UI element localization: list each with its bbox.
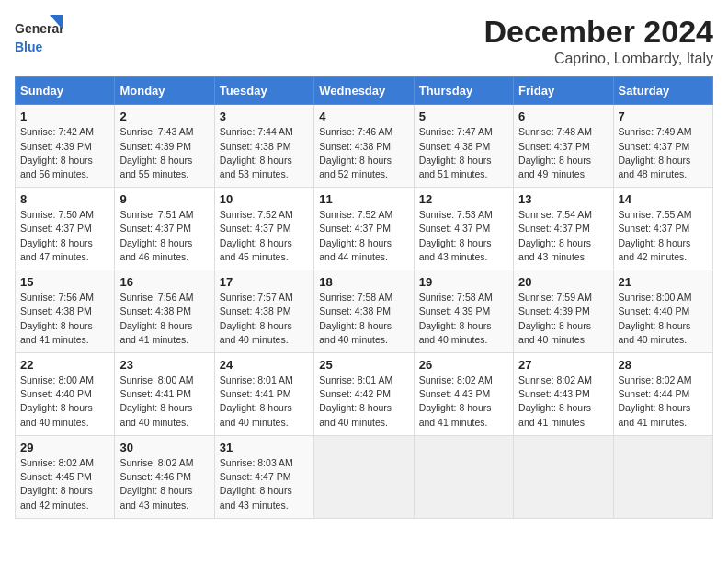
week-row-3: 15 Sunrise: 7:56 AMSunset: 4:38 PMDaylig… <box>16 270 713 353</box>
day-number: 19 <box>419 275 508 289</box>
week-row-5: 29 Sunrise: 8:02 AMSunset: 4:45 PMDaylig… <box>16 435 713 518</box>
svg-text:Blue: Blue <box>15 40 43 54</box>
day-detail: Sunrise: 7:56 AMSunset: 4:38 PMDaylight:… <box>119 292 193 345</box>
calendar-cell <box>514 435 613 518</box>
day-detail: Sunrise: 8:02 AMSunset: 4:46 PMDaylight:… <box>119 457 193 511</box>
day-detail: Sunrise: 7:49 AMSunset: 4:37 PMDaylight:… <box>619 126 692 179</box>
day-detail: Sunrise: 8:01 AMSunset: 4:41 PMDaylight:… <box>220 374 293 428</box>
day-detail: Sunrise: 7:58 AMSunset: 4:38 PMDaylight:… <box>319 292 392 345</box>
calendar-cell: 17 Sunrise: 7:57 AMSunset: 4:38 PMDaylig… <box>214 270 313 353</box>
day-number: 3 <box>220 109 309 123</box>
day-detail: Sunrise: 8:02 AMSunset: 4:44 PMDaylight:… <box>619 374 692 428</box>
day-number: 6 <box>518 109 608 123</box>
day-detail: Sunrise: 7:56 AMSunset: 4:38 PMDaylight:… <box>20 292 94 345</box>
weekday-header-friday: Friday <box>514 77 613 105</box>
day-detail: Sunrise: 8:02 AMSunset: 4:43 PMDaylight:… <box>419 374 493 428</box>
calendar-cell: 27 Sunrise: 8:02 AMSunset: 4:43 PMDaylig… <box>514 353 613 436</box>
day-detail: Sunrise: 7:53 AMSunset: 4:37 PMDaylight:… <box>419 209 493 262</box>
calendar-cell: 26 Sunrise: 8:02 AMSunset: 4:43 PMDaylig… <box>414 353 513 436</box>
week-row-1: 1 Sunrise: 7:42 AMSunset: 4:39 PMDayligh… <box>16 105 713 188</box>
day-number: 27 <box>518 358 608 372</box>
calendar-cell: 14 Sunrise: 7:55 AMSunset: 4:37 PMDaylig… <box>613 188 712 270</box>
day-number: 26 <box>419 358 508 372</box>
day-number: 31 <box>220 441 309 454</box>
day-number: 9 <box>119 192 209 206</box>
day-detail: Sunrise: 7:55 AMSunset: 4:37 PMDaylight:… <box>619 209 692 262</box>
day-number: 5 <box>419 109 508 123</box>
page-title: December 2024 <box>483 15 713 49</box>
calendar-cell: 9 Sunrise: 7:51 AMSunset: 4:37 PMDayligh… <box>115 188 214 270</box>
day-detail: Sunrise: 7:50 AMSunset: 4:37 PMDaylight:… <box>20 209 94 262</box>
week-row-4: 22 Sunrise: 8:00 AMSunset: 4:40 PMDaylig… <box>16 353 713 436</box>
day-number: 12 <box>419 192 508 206</box>
day-detail: Sunrise: 7:47 AMSunset: 4:38 PMDaylight:… <box>419 126 493 179</box>
day-number: 7 <box>619 109 708 123</box>
day-detail: Sunrise: 7:44 AMSunset: 4:38 PMDaylight:… <box>220 126 293 179</box>
weekday-header-row: SundayMondayTuesdayWednesdayThursdayFrid… <box>16 77 713 105</box>
calendar-cell: 6 Sunrise: 7:48 AMSunset: 4:37 PMDayligh… <box>514 105 613 188</box>
day-detail: Sunrise: 8:03 AMSunset: 4:47 PMDaylight:… <box>220 457 293 511</box>
day-number: 30 <box>119 441 209 454</box>
day-detail: Sunrise: 7:46 AMSunset: 4:38 PMDaylight:… <box>319 126 392 179</box>
day-number: 14 <box>619 192 708 206</box>
day-number: 24 <box>220 358 309 372</box>
calendar-cell: 23 Sunrise: 8:00 AMSunset: 4:41 PMDaylig… <box>115 353 214 436</box>
logo: General Blue <box>15 15 63 55</box>
day-detail: Sunrise: 7:58 AMSunset: 4:39 PMDaylight:… <box>419 292 493 345</box>
day-detail: Sunrise: 7:59 AMSunset: 4:39 PMDaylight:… <box>518 292 592 345</box>
day-number: 1 <box>20 109 109 123</box>
title-area: December 2024 Caprino, Lombardy, Italy <box>483 15 713 67</box>
day-detail: Sunrise: 8:01 AMSunset: 4:42 PMDaylight:… <box>319 374 392 428</box>
calendar-cell: 4 Sunrise: 7:46 AMSunset: 4:38 PMDayligh… <box>314 105 414 188</box>
day-detail: Sunrise: 7:43 AMSunset: 4:39 PMDaylight:… <box>119 126 193 179</box>
calendar-cell: 7 Sunrise: 7:49 AMSunset: 4:37 PMDayligh… <box>613 105 712 188</box>
day-number: 11 <box>319 192 408 206</box>
day-number: 18 <box>319 275 408 289</box>
calendar-cell: 29 Sunrise: 8:02 AMSunset: 4:45 PMDaylig… <box>16 435 115 518</box>
day-detail: Sunrise: 8:00 AMSunset: 4:41 PMDaylight:… <box>119 374 193 428</box>
day-detail: Sunrise: 7:54 AMSunset: 4:37 PMDaylight:… <box>518 209 592 262</box>
day-number: 2 <box>119 109 209 123</box>
weekday-header-monday: Monday <box>115 77 214 105</box>
calendar-cell: 15 Sunrise: 7:56 AMSunset: 4:38 PMDaylig… <box>16 270 115 353</box>
day-number: 23 <box>119 358 209 372</box>
calendar-cell <box>414 435 513 518</box>
week-row-2: 8 Sunrise: 7:50 AMSunset: 4:37 PMDayligh… <box>16 188 713 270</box>
calendar-cell: 13 Sunrise: 7:54 AMSunset: 4:37 PMDaylig… <box>514 188 613 270</box>
day-detail: Sunrise: 7:52 AMSunset: 4:37 PMDaylight:… <box>220 209 293 262</box>
day-detail: Sunrise: 7:57 AMSunset: 4:38 PMDaylight:… <box>220 292 293 345</box>
day-number: 13 <box>518 192 608 206</box>
calendar-cell: 24 Sunrise: 8:01 AMSunset: 4:41 PMDaylig… <box>214 353 313 436</box>
calendar-cell: 5 Sunrise: 7:47 AMSunset: 4:38 PMDayligh… <box>414 105 513 188</box>
calendar-cell: 3 Sunrise: 7:44 AMSunset: 4:38 PMDayligh… <box>214 105 313 188</box>
day-detail: Sunrise: 8:02 AMSunset: 4:45 PMDaylight:… <box>20 457 94 511</box>
calendar-cell: 10 Sunrise: 7:52 AMSunset: 4:37 PMDaylig… <box>214 188 313 270</box>
day-detail: Sunrise: 8:00 AMSunset: 4:40 PMDaylight:… <box>619 292 692 345</box>
weekday-header-tuesday: Tuesday <box>214 77 313 105</box>
day-number: 4 <box>319 109 408 123</box>
day-number: 16 <box>119 275 209 289</box>
day-number: 8 <box>20 192 109 206</box>
day-number: 10 <box>220 192 309 206</box>
page-subtitle: Caprino, Lombardy, Italy <box>483 51 713 67</box>
day-number: 25 <box>319 358 408 372</box>
calendar-cell: 12 Sunrise: 7:53 AMSunset: 4:37 PMDaylig… <box>414 188 513 270</box>
calendar-cell: 11 Sunrise: 7:52 AMSunset: 4:37 PMDaylig… <box>314 188 414 270</box>
calendar-cell: 18 Sunrise: 7:58 AMSunset: 4:38 PMDaylig… <box>314 270 414 353</box>
calendar-table: SundayMondayTuesdayWednesdayThursdayFrid… <box>15 76 713 518</box>
day-number: 15 <box>20 275 109 289</box>
calendar-cell: 2 Sunrise: 7:43 AMSunset: 4:39 PMDayligh… <box>115 105 214 188</box>
calendar-cell: 1 Sunrise: 7:42 AMSunset: 4:39 PMDayligh… <box>16 105 115 188</box>
weekday-header-saturday: Saturday <box>613 77 712 105</box>
calendar-cell: 31 Sunrise: 8:03 AMSunset: 4:47 PMDaylig… <box>214 435 313 518</box>
day-detail: Sunrise: 8:02 AMSunset: 4:43 PMDaylight:… <box>518 374 592 428</box>
day-number: 22 <box>20 358 109 372</box>
header: General Blue December 2024 Caprino, Lomb… <box>15 15 713 67</box>
calendar-cell <box>314 435 414 518</box>
weekday-header-sunday: Sunday <box>16 77 115 105</box>
calendar-cell: 22 Sunrise: 8:00 AMSunset: 4:40 PMDaylig… <box>16 353 115 436</box>
calendar-cell: 21 Sunrise: 8:00 AMSunset: 4:40 PMDaylig… <box>613 270 712 353</box>
calendar-cell: 28 Sunrise: 8:02 AMSunset: 4:44 PMDaylig… <box>613 353 712 436</box>
calendar-cell: 30 Sunrise: 8:02 AMSunset: 4:46 PMDaylig… <box>115 435 214 518</box>
weekday-header-wednesday: Wednesday <box>314 77 414 105</box>
